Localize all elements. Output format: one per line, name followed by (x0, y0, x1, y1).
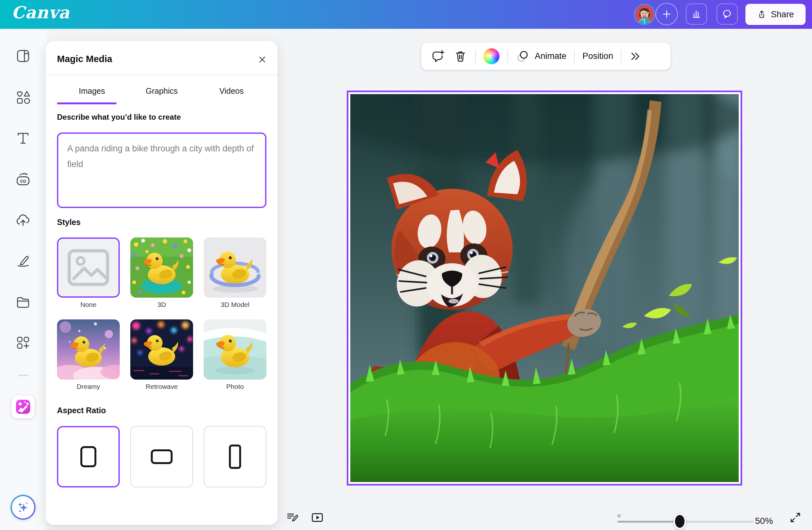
aspect-option-landscape[interactable] (130, 426, 193, 487)
canva-assistant-button[interactable] (11, 495, 35, 520)
share-label: Share (771, 10, 794, 19)
comments-button[interactable] (716, 3, 738, 25)
present-button[interactable] (309, 510, 326, 525)
styles-heading: Styles (57, 218, 81, 227)
canvas-page-selected[interactable] (347, 91, 742, 486)
zoom-fit-marker[interactable] (617, 514, 621, 517)
style-thumb-retrowave (130, 320, 193, 380)
image-placeholder-icon (58, 239, 118, 296)
tab-graphics[interactable]: Graphics (127, 82, 197, 100)
close-icon (257, 55, 267, 65)
style-option-none[interactable]: None (57, 237, 120, 309)
aspect-option-portrait[interactable] (204, 426, 266, 487)
sidebar-divider (18, 375, 29, 376)
share-button[interactable]: Share (745, 4, 806, 25)
style-option-3d-model[interactable]: 3D Model (204, 237, 266, 309)
sidebar-item-text[interactable] (13, 129, 33, 148)
style-thumb-none (57, 237, 120, 298)
comment-button[interactable] (430, 49, 445, 64)
delete-button[interactable] (453, 49, 467, 63)
square-ratio-icon (78, 443, 99, 470)
position-button[interactable]: Position (582, 51, 613, 61)
landscape-ratio-icon (149, 448, 174, 466)
present-icon (310, 511, 325, 525)
add-design-button[interactable] (655, 3, 678, 25)
style-label: Dreamy (57, 383, 120, 391)
panel-close-button[interactable] (256, 53, 269, 66)
comments-chat-icon (721, 8, 733, 20)
sidebar-rail: co (0, 29, 46, 530)
style-option-dreamy[interactable]: Dreamy (57, 320, 120, 391)
elements-icon (15, 89, 31, 106)
prompt-input[interactable] (57, 132, 266, 208)
toolbar-divider (475, 49, 476, 63)
fullscreen-button[interactable] (787, 510, 804, 526)
tab-images[interactable]: Images (57, 82, 127, 100)
style-option-retrowave[interactable]: Retrowave (130, 320, 193, 391)
sidebar-item-uploads[interactable] (13, 210, 33, 230)
generated-image-red-panda[interactable] (350, 94, 739, 482)
canva-editor: Canva (0, 0, 812, 530)
sidebar-item-design[interactable] (13, 46, 33, 65)
toolbar-divider (574, 49, 575, 63)
describe-label: Describe what you’d like to create (57, 113, 181, 122)
aspect-ratio-options (57, 426, 266, 487)
draw-pen-icon (15, 252, 31, 269)
apps-grid-icon (15, 335, 31, 351)
trash-icon (453, 49, 467, 63)
zoom-slider-track[interactable] (680, 521, 753, 522)
animate-label: Animate (535, 51, 566, 61)
more-chevrons-icon (629, 50, 642, 63)
share-upload-icon (757, 9, 767, 19)
aspect-option-square[interactable] (57, 426, 120, 487)
tab-videos[interactable]: Videos (197, 82, 266, 100)
style-option-3d[interactable]: 3D (130, 237, 193, 309)
style-label: 3D (130, 301, 193, 309)
style-thumb-3d (130, 237, 193, 298)
color-wheel-button[interactable] (483, 48, 499, 64)
sidebar-item-draw[interactable] (13, 251, 33, 270)
sidebar-item-magic-media-app[interactable] (12, 395, 34, 418)
zoom-slider-knob[interactable] (673, 513, 686, 529)
zoom-slider-track[interactable] (617, 521, 680, 522)
style-option-photo[interactable]: Photo (204, 320, 266, 391)
brand-icon: co (15, 171, 31, 188)
toolbar-divider (507, 49, 508, 63)
style-thumb-dreamy (57, 320, 120, 380)
toolbar-divider (621, 49, 622, 63)
svg-text:co: co (20, 178, 26, 184)
more-tools-button[interactable] (629, 50, 642, 63)
notes-button[interactable] (284, 510, 300, 525)
panel-header-divider (46, 75, 278, 75)
portrait-ratio-icon (228, 443, 242, 470)
sidebar-item-apps[interactable] (13, 333, 33, 352)
uploads-cloud-icon (15, 211, 31, 228)
animate-icon (516, 49, 530, 64)
active-tab-indicator (57, 102, 117, 104)
insights-button[interactable] (686, 3, 707, 25)
animate-button[interactable]: Animate (516, 49, 566, 64)
avatar-image (635, 5, 654, 24)
style-label: None (57, 301, 120, 309)
user-avatar[interactable] (634, 3, 655, 25)
style-label: Retrowave (130, 383, 193, 391)
expand-icon (788, 511, 802, 524)
design-icon (15, 48, 31, 64)
object-toolbar: Animate Position (421, 43, 670, 70)
style-label: Photo (204, 383, 266, 391)
plus-icon (661, 8, 672, 20)
text-icon (15, 130, 31, 147)
styles-grid: None (57, 237, 266, 391)
top-bar: Canva (0, 0, 812, 29)
projects-folder-icon (15, 294, 31, 310)
insights-chart-icon (690, 8, 702, 20)
style-label: 3D Model (204, 301, 266, 309)
sidebar-item-brand[interactable]: co (13, 170, 33, 189)
canva-logo[interactable]: Canva (12, 3, 70, 22)
sidebar-item-projects[interactable] (13, 293, 33, 312)
ai-sparkles-icon (16, 500, 30, 515)
sidebar-item-elements[interactable] (13, 88, 33, 107)
aspect-ratio-heading: Aspect Ratio (57, 406, 106, 415)
zoom-level-value[interactable]: 50% (755, 516, 773, 526)
notes-icon (285, 511, 299, 525)
